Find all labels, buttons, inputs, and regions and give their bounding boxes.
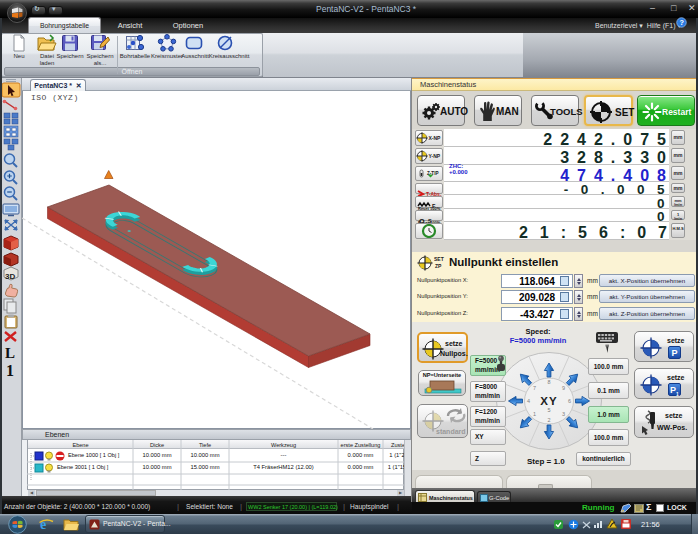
svg-text:1: 1 [533,411,536,417]
svg-text:4: 4 [527,398,530,404]
svg-text:X-NP: X-NP [429,135,442,141]
svg-text:2: 2 [547,417,550,423]
svg-text:Z-TIP: Z-TIP [427,171,438,176]
svg-text:e: e [40,517,46,532]
svg-text:?: ? [679,18,684,27]
svg-text:SET: SET [434,256,444,262]
svg-text:ZP: ZP [435,263,442,269]
svg-text:3D: 3D [5,272,15,281]
svg-text:6: 6 [568,398,571,404]
svg-text:XY: XY [540,395,557,407]
svg-text:1: 1 [6,362,14,379]
svg-text:7: 7 [533,385,536,391]
svg-text:L: L [5,345,15,361]
svg-text:8: 8 [547,379,550,385]
svg-text:9: 9 [562,385,565,391]
svg-text:5: 5 [547,407,550,413]
svg-text:3: 3 [562,411,565,417]
svg-text:Y-NP: Y-NP [429,153,441,159]
svg-text:ISO (XYZ): ISO (XYZ) [31,93,79,102]
